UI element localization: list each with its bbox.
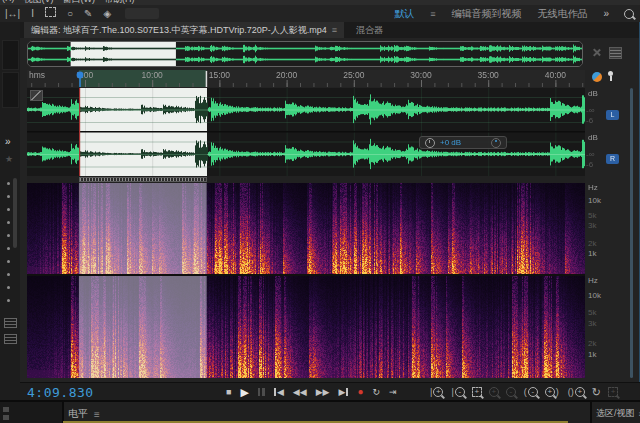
stop-icon: ■ [226,387,231,397]
overview-waveform[interactable] [28,42,582,66]
zoom-extra-button[interactable]: + [608,387,618,397]
zoom-to-selection-button[interactable]: ()+ [567,387,585,397]
tool-group: |↔|I○✎◈ [0,7,111,20]
tab-editor[interactable]: 编辑器: 地球百子.The.100.S07E13.中英字幕.HDTVrip.72… [24,22,344,38]
magnifier-icon: + [575,387,585,397]
skip-to-end-button[interactable]: ▶ [339,387,349,397]
editor-tab-label: 编辑器: 地球百子.The.100.S07E13.中英字幕.HDTVrip.72… [31,24,327,37]
zoom-navigator[interactable] [27,41,583,67]
expand-panel-icon[interactable]: » [5,136,11,147]
gain-knob-icon[interactable] [491,138,501,148]
spectrogram-right-channel[interactable] [27,276,585,378]
magnifier-icon: + [608,387,618,397]
toolbar: |↔|I○✎◈ 默认≡编辑音频到视频无线电作品» [0,5,640,23]
db-mark-label: -6 [586,161,593,169]
vertical-scrollbar[interactable] [630,88,633,378]
freq-scale-label: 2k [588,240,596,248]
left-panel-scrollbar[interactable] [13,178,17,248]
selection-view-panel: 选区/视图 ≡ [590,402,640,423]
rewind-button[interactable]: ◀◀ [293,387,307,397]
play-button[interactable]: ▶ [240,387,248,397]
freq-scale-label: 1k [588,351,596,359]
skip-to-start-button[interactable]: ◀ [274,387,284,397]
waveform-display[interactable] [27,88,585,176]
lasso-selection-tool[interactable]: ○ [67,8,73,20]
timeline-ruler[interactable] [27,70,585,87]
time-selection-tool[interactable]: I [31,8,34,20]
workspace-overflow-icon[interactable]: » [603,8,608,19]
channel-divider [27,274,585,276]
rect-selection-tool[interactable] [45,7,56,20]
freq-scale-label: 5k [588,212,596,220]
skip-selection-icon: ⇥ [389,387,397,397]
selection-scroll-strip[interactable] [27,176,585,183]
search-icon[interactable] [624,9,634,19]
db-mark-label: -∞ [586,107,594,115]
play-icon: ▶ [240,387,248,397]
workspace-item[interactable]: 编辑音频到视频 [451,7,521,21]
levels-tab-label: 电平 [68,407,88,421]
workspace-item[interactable]: 无线电作品 [537,7,587,21]
grid-icon[interactable] [4,318,17,328]
record-button[interactable]: ● [357,387,363,397]
brush-selection-tool[interactable]: ✎ [84,8,92,20]
effect-slot-dot [7,273,10,276]
tab-levels[interactable]: 电平 ≡ [68,407,100,421]
freq-scale-label: Hz [588,184,598,192]
zoom-in-amplitude-button[interactable]: + [489,387,499,397]
fast-forward-button[interactable]: ▶▶ [316,387,330,397]
zoom-in-time-button[interactable]: |+ [429,387,443,397]
effect-slot-dot [7,195,10,198]
zoom-out-amplitude-button[interactable]: - [506,387,516,397]
move-tool[interactable]: |↔| [5,8,20,20]
favorites-star-icon[interactable]: ★ [5,154,13,164]
time-display[interactable]: 4:09.830 [27,385,94,400]
navigator-cross-icon[interactable] [592,48,601,57]
loop-playback-button[interactable]: ↻ [372,387,380,397]
skip-selection-button[interactable]: ⇥ [389,387,397,397]
track-options-icon[interactable] [30,90,43,101]
hud-gain-value[interactable]: +0 dB [440,136,461,149]
zoom-out-time-button[interactable]: |- [450,387,464,397]
tab-selection-view[interactable]: 选区/视图 ≡ [596,407,640,420]
db-mark-label: -∞ [586,151,594,159]
freq-scale-label: 3k [588,222,596,230]
disabled-toolbar-button [125,8,159,19]
workspace-menu-icon[interactable]: ≡ [430,9,435,19]
zoom-at-out-point-button[interactable]: +) [545,387,560,397]
spot-healing-brush-tool[interactable]: ◈ [103,8,111,20]
panel-menu-icon[interactable]: ≡ [94,409,100,420]
panel-menu-icon[interactable]: ≡ [332,25,337,35]
pause-button[interactable] [258,388,265,396]
gain-hud[interactable]: +0 dB [419,136,507,149]
effect-slot-dot [7,208,10,211]
freq-scale-label: Hz [588,277,598,285]
stop-button[interactable]: ■ [226,387,231,397]
tab-mixer[interactable]: 混合器 [344,22,395,38]
channel-badge-l: L [606,110,619,120]
record-icon: ● [357,387,363,397]
zoom-to-selection-time-button[interactable]: + [472,387,482,397]
rewind-icon: ◀◀ [293,387,307,397]
collapsed-left-panel[interactable]: » ★ [0,22,21,402]
db-unit-label: dB [588,134,598,142]
selection-handle[interactable] [79,177,207,182]
magnifier-icon: + [489,387,499,397]
clock-icon [425,138,435,148]
grid-icon[interactable] [4,334,17,344]
freq-scale-label: 5k [588,309,596,317]
workspace-item[interactable]: 默认 [394,7,414,21]
freq-scale-label: 3k [588,320,596,328]
navigator-options-icon[interactable] [609,47,622,59]
spectrogram-left-channel[interactable] [27,183,585,274]
selection-view-tab-label: 选区/视图 [596,407,635,420]
rect-selection-icon [45,7,56,17]
left-panel-block [2,72,19,108]
reset-zoom-button[interactable]: ↻ [592,386,601,399]
effect-slot-dot [7,260,10,263]
db-unit-label: dB [588,90,598,98]
pin-icon[interactable] [608,71,613,76]
effect-slot-dot [7,286,10,289]
monitor-icon[interactable] [592,72,602,82]
zoom-at-in-point-button[interactable]: (- [523,387,538,397]
